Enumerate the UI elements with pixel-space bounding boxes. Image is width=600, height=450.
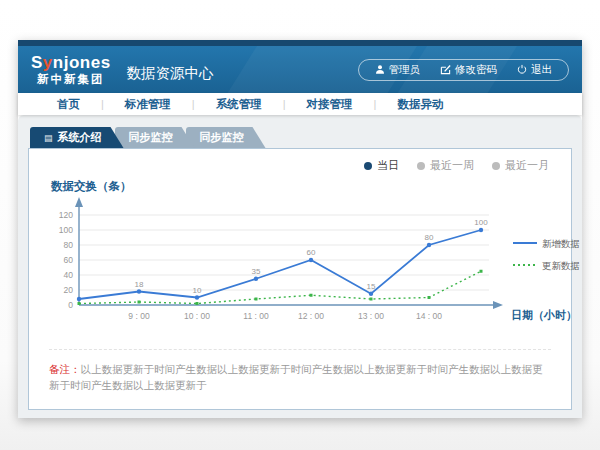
data-point-label: 100 [474, 218, 488, 227]
y-tick-label: 60 [64, 255, 74, 265]
data-point [254, 277, 258, 281]
company-logo: Synjones 新中新集团 [31, 53, 111, 86]
y-tick-label: 120 [59, 210, 73, 220]
content-area: ▤系统介绍 同步监控 同步监控 当日 最近一周 [18, 115, 582, 418]
data-point [77, 297, 81, 301]
nav-item-data-changes[interactable]: 数据异动 [376, 97, 464, 112]
tab-label: 同步监控 [200, 131, 244, 143]
data-point [370, 298, 373, 301]
data-point [195, 295, 199, 299]
nav-item-home[interactable]: 首页 [36, 97, 101, 112]
line-chart: 0204060801001209 : 0010 : 0011 : 0012 : … [37, 193, 582, 343]
footnote-prefix: 备注： [49, 363, 81, 375]
data-point-label: 15 [367, 282, 376, 291]
data-point [369, 292, 373, 296]
data-point [479, 228, 483, 232]
user-menu[interactable]: 管理员 [365, 63, 431, 77]
data-point-label: 80 [425, 233, 434, 242]
y-tick-label: 100 [59, 225, 73, 235]
tab-label: 同步监控 [129, 131, 173, 143]
radio-selected-icon [364, 162, 372, 170]
data-point-label: 35 [252, 267, 261, 276]
document-icon: ▤ [44, 133, 53, 143]
chart-y-axis-title: 数据交换（条） [51, 179, 132, 194]
nav-item-standard-management[interactable]: 标准管理 [104, 97, 192, 112]
y-tick-label: 40 [64, 270, 74, 280]
data-point [137, 289, 141, 293]
data-point [309, 258, 313, 262]
footnote: 备注：以上数据更新于时间产生数据以上数据更新于时间产生数据以上数据更新于时间产生… [49, 349, 551, 394]
filter-label: 最近一月 [505, 158, 549, 173]
main-nav: 首页 | 标准管理 | 系统管理 | 对接管理 | 数据异动 [18, 93, 582, 115]
series-line-新增数据 [79, 230, 481, 299]
page-background: Synjones 新中新集团 数据资源中心 管理员 修改 [0, 0, 600, 450]
y-axis-arrow-icon [75, 197, 83, 207]
y-tick-label: 80 [64, 240, 74, 250]
data-point [310, 294, 313, 297]
data-point [196, 302, 199, 305]
logo-accent-letter: y [43, 53, 53, 72]
change-password-label: 修改密码 [455, 63, 497, 77]
legend-label: 更新数据 [542, 260, 580, 271]
x-axis-arrow-icon [493, 301, 503, 309]
tab-strip: ▤系统介绍 同步监控 同步监控 [18, 125, 582, 148]
footnote-text: 以上数据更新于时间产生数据以上数据更新于时间产生数据以上数据更新于时间产生数据以… [49, 363, 543, 391]
user-icon [375, 64, 385, 75]
data-point [480, 270, 483, 273]
chart-x-axis-title: 日期（小时） [511, 309, 577, 322]
tab-label: 系统介绍 [58, 131, 102, 143]
filter-today[interactable]: 当日 [364, 158, 399, 173]
radio-icon [492, 162, 500, 170]
data-point [78, 302, 81, 305]
nav-item-docking-management[interactable]: 对接管理 [286, 97, 374, 112]
y-tick-label: 20 [64, 285, 74, 295]
data-point-label: 60 [307, 248, 316, 257]
y-tick-label: 0 [68, 300, 73, 310]
data-point [428, 296, 431, 299]
user-toolbar: 管理员 修改密码 退出 [358, 59, 570, 81]
data-point-label: 18 [135, 280, 144, 289]
filter-last-week[interactable]: 最近一周 [417, 158, 474, 173]
legend-label: 新增数据 [542, 238, 580, 249]
logo-wordmark: Synjones [31, 53, 111, 73]
page-title: 数据资源中心 [127, 64, 214, 83]
time-range-filters: 当日 最近一周 最近一月 [364, 158, 549, 173]
data-point-label: 10 [193, 286, 202, 295]
data-point [138, 301, 141, 304]
edit-icon [440, 64, 451, 75]
data-point [255, 298, 258, 301]
x-tick-label: 12 : 00 [298, 311, 324, 321]
logo-subtitle: 新中新集团 [31, 73, 111, 86]
data-point [427, 243, 431, 247]
nav-item-system-management[interactable]: 系统管理 [195, 97, 283, 112]
x-tick-label: 10 : 00 [184, 311, 210, 321]
tab-sync-monitor-2[interactable]: 同步监控 [186, 127, 266, 148]
logout-label: 退出 [531, 63, 552, 77]
chart-panel: 当日 最近一周 最近一月 数据交换（条） 0204060801001209 : … [28, 148, 572, 410]
filter-last-month[interactable]: 最近一月 [492, 158, 549, 173]
change-password-button[interactable]: 修改密码 [430, 63, 507, 77]
app-header: Synjones 新中新集团 数据资源中心 管理员 修改 [18, 46, 582, 93]
x-tick-label: 11 : 00 [243, 311, 269, 321]
x-tick-label: 14 : 00 [416, 311, 442, 321]
user-name-label: 管理员 [389, 63, 421, 77]
logout-button[interactable]: 退出 [507, 63, 562, 77]
radio-icon [417, 162, 425, 170]
tab-sync-monitor-1[interactable]: 同步监控 [115, 127, 195, 148]
filter-label: 当日 [377, 158, 399, 173]
x-tick-label: 9 : 00 [128, 311, 150, 321]
app-window: Synjones 新中新集团 数据资源中心 管理员 修改 [18, 40, 582, 418]
filter-label: 最近一周 [430, 158, 474, 173]
power-icon [517, 64, 527, 75]
tab-system-intro[interactable]: ▤系统介绍 [30, 127, 124, 148]
x-tick-label: 13 : 00 [358, 311, 384, 321]
